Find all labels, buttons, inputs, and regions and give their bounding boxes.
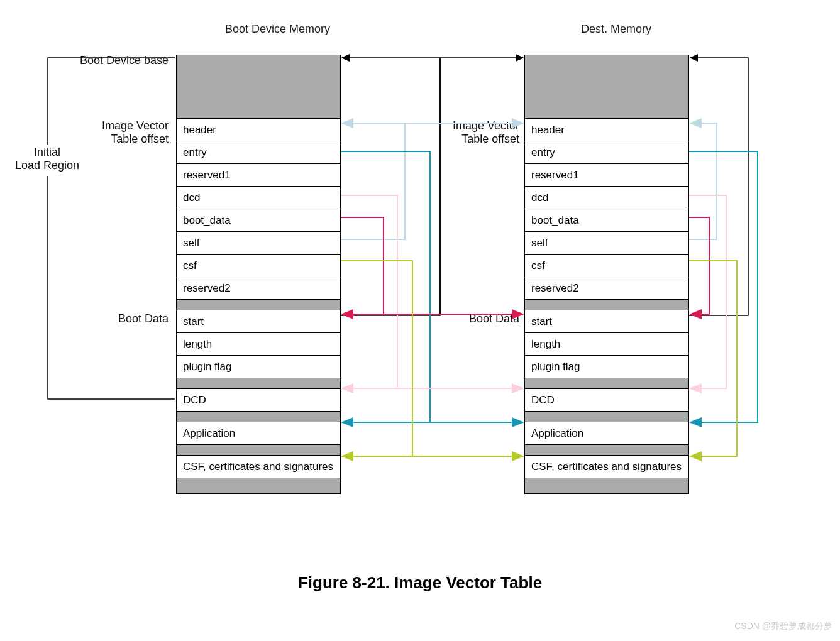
right-gap-5 <box>525 478 688 493</box>
right-bootdata-plugin: plugin flag <box>525 355 688 378</box>
label-ivt-l1-right: Image Vector <box>453 119 519 132</box>
left-ivt-entry: entry <box>177 141 340 163</box>
left-gap-5 <box>177 478 340 493</box>
left-top-gap <box>177 55 340 118</box>
label-ivt-l2-left: Table offset <box>111 133 169 145</box>
figure-caption: Figure 8-21. Image Vector Table <box>0 573 840 593</box>
left-ivt-bootdata: boot_data <box>177 209 340 231</box>
label-boot-data-left: Boot Data <box>96 312 169 326</box>
left-bootdata-plugin: plugin flag <box>177 355 340 378</box>
diagram-stage: Boot Device Memory Dest. Memory Initial … <box>0 0 840 641</box>
label-ivt-offset-left: Image Vector Table offset <box>75 119 169 146</box>
left-gap-3 <box>177 411 340 422</box>
memory-column-left: header entry reserved1 dcd boot_data sel… <box>176 55 341 494</box>
label-boot-data-right: Boot Data <box>446 312 519 326</box>
right-ivt-entry: entry <box>525 141 688 163</box>
right-ivt-header: header <box>525 118 688 141</box>
label-ivt-l1-left: Image Vector <box>102 119 169 132</box>
right-bootdata-length: length <box>525 332 688 355</box>
label-ivt-offset-right: Image Vector Table offset <box>426 119 519 146</box>
left-ivt-reserved2: reserved2 <box>177 277 340 299</box>
memory-column-right: header entry reserved1 dcd boot_data sel… <box>524 55 689 494</box>
label-ivt-l2-right: Table offset <box>461 133 519 145</box>
right-section-csf: CSF, certificates and signatures <box>525 455 688 478</box>
label-initial-l1: Initial <box>34 146 60 158</box>
left-ivt-self: self <box>177 231 340 254</box>
left-bootdata-start: start <box>177 310 340 332</box>
left-bootdata-length: length <box>177 332 340 355</box>
left-ivt-csf: csf <box>177 254 340 277</box>
right-ivt-reserved1: reserved1 <box>525 163 688 186</box>
left-section-app: Application <box>177 422 340 444</box>
label-boot-device-base: Boot Device base <box>69 54 169 67</box>
left-ivt-dcd: dcd <box>177 186 340 209</box>
label-initial-load-region: Initial Load Region <box>13 146 82 172</box>
right-ivt-reserved2: reserved2 <box>525 277 688 299</box>
right-ivt-self: self <box>525 231 688 254</box>
left-section-csf: CSF, certificates and signatures <box>177 455 340 478</box>
right-ivt-dcd: dcd <box>525 186 688 209</box>
right-gap-4 <box>525 444 688 455</box>
left-ivt-reserved1: reserved1 <box>177 163 340 186</box>
right-gap-3 <box>525 411 688 422</box>
right-section-app: Application <box>525 422 688 444</box>
title-left: Boot Device Memory <box>225 23 330 36</box>
right-gap-2 <box>525 378 688 388</box>
watermark: CSDN @乔碧萝成都分萝 <box>734 621 832 632</box>
label-initial-l2: Load Region <box>15 159 79 172</box>
right-bootdata-start: start <box>525 310 688 332</box>
right-gap-1 <box>525 299 688 310</box>
right-section-dcd: DCD <box>525 388 688 411</box>
title-right: Dest. Memory <box>581 23 651 36</box>
right-top-gap <box>525 55 688 118</box>
left-ivt-header: header <box>177 118 340 141</box>
left-gap-1 <box>177 299 340 310</box>
left-gap-2 <box>177 378 340 388</box>
left-gap-4 <box>177 444 340 455</box>
left-section-dcd: DCD <box>177 388 340 411</box>
right-ivt-bootdata: boot_data <box>525 209 688 231</box>
right-ivt-csf: csf <box>525 254 688 277</box>
